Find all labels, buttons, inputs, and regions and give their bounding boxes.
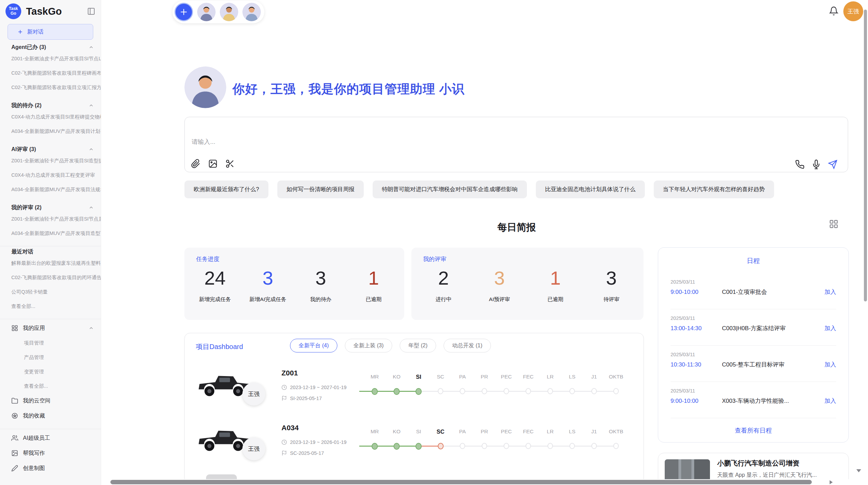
sidebar-collapse-icon[interactable] <box>87 7 95 15</box>
chevron-up-icon[interactable] <box>88 45 94 50</box>
send-icon[interactable] <box>828 160 837 169</box>
suggestion-chip[interactable]: 如何写一份清晰的项目周报 <box>277 181 364 198</box>
sidebar-section-header[interactable]: 我的评审 (2) <box>0 203 101 212</box>
my-apps-sub-item[interactable]: 变更管理 <box>0 364 101 379</box>
chat-input[interactable]: 请输入... <box>184 117 848 172</box>
session-avatar[interactable] <box>197 3 216 21</box>
project-row[interactable]: 王强A0342023-12-19 ~ 2026-01-19SC-2025-05-… <box>195 419 634 470</box>
sidebar-task-item[interactable]: Z001-全新燃油轻卡产品开发项目SI节点属性5D文件评审 <box>0 212 101 226</box>
milestone: OKTB <box>605 373 627 395</box>
chevron-up-icon[interactable] <box>88 147 94 152</box>
dashboard-filter-chip[interactable]: 动总开发 (1) <box>444 339 491 352</box>
my-apps-sub-item[interactable]: 查看全部... <box>0 379 101 393</box>
notification-bell-icon[interactable] <box>829 6 839 16</box>
recent-chat-item[interactable]: 解释最新出台的欧盟报废车法规再生塑料比例被调至15%... <box>0 256 101 270</box>
dashboard-filter-chip[interactable]: 年型 (2) <box>400 339 436 352</box>
horizontal-scrollbar-track[interactable] <box>109 479 868 485</box>
dashboard-filter-chip[interactable]: 全新平台 (4) <box>290 339 337 352</box>
sidebar-divider <box>0 429 101 429</box>
sidebar-item-write-help[interactable]: 帮我写作 <box>0 446 101 461</box>
milestone-dot <box>460 443 465 449</box>
sidebar-task-item[interactable]: A034-全新新能源MUV产品开发项目计划变更表编写 <box>0 124 101 138</box>
sidebar-task-item[interactable]: Z001-全新燃油皮卡产品开发项目SI节点Lesson Learn报告 <box>0 51 101 66</box>
star-badge-icon <box>11 412 18 419</box>
milestone-line <box>419 446 441 447</box>
suggestion-chip[interactable]: 当下年轻人对汽车外观有怎样的喜好趋势 <box>654 181 774 198</box>
app-logo: Task Go <box>5 3 21 19</box>
chevron-up-icon[interactable] <box>88 205 94 210</box>
sidebar-task-item[interactable]: C02-飞腾新能源轻客改款项目里程碑画布 <box>0 66 101 80</box>
sidebar-task-item[interactable]: C0X4-动力总成开发项目工程变更评审 <box>0 168 101 182</box>
scroll-down-arrow-icon[interactable] <box>856 469 861 472</box>
schedule-join-link[interactable]: 加入 <box>824 324 836 332</box>
stat-item: 1已逾期 <box>528 269 583 303</box>
suggestion-chip[interactable]: 特朗普可能对进口汽车增税会对中国车企造成哪些影响 <box>373 181 527 198</box>
task-progress-card: 任务进度24新增完成任务3新增AI完成任务3我的待办1已逾期 <box>184 248 404 320</box>
chevron-up-icon[interactable] <box>88 325 94 331</box>
schedule-entry-row: 9:00-10:00C001-立项审批会加入 <box>671 288 836 296</box>
sidebar-section-header[interactable]: AI评审 (3) <box>0 145 101 153</box>
sidebar-item-favorites[interactable]: 我的收藏 <box>0 408 101 423</box>
image-upload-icon[interactable] <box>208 159 218 169</box>
new-chat-button[interactable]: 新对话 <box>8 24 93 40</box>
attachment-icon[interactable] <box>191 159 201 169</box>
horizontal-scrollbar-thumb[interactable] <box>110 480 812 484</box>
microphone-icon[interactable] <box>811 160 821 169</box>
milestone-label: FEC <box>517 428 539 435</box>
new-session-button[interactable] <box>174 3 193 21</box>
view-all-schedule-link[interactable]: 查看所有日程 <box>658 426 848 435</box>
briefing-grid-icon[interactable] <box>829 219 839 229</box>
sidebar-item-creative-draw[interactable]: 创意制图 <box>0 461 101 476</box>
flag-icon <box>281 396 287 401</box>
logo-row: Task Go TaskGo <box>0 0 101 21</box>
suggestion-chip[interactable]: 欧洲新规最近颁布了什么? <box>184 181 268 198</box>
phone-icon[interactable] <box>795 160 805 169</box>
milestone-label: PR <box>473 428 495 435</box>
suggestion-chip[interactable]: 比亚迪全固态电池计划具体说了什么 <box>536 181 645 198</box>
sidebar-task-item[interactable]: C0X4-动力总成开发项目SI里程碑提交物检查 <box>0 110 101 124</box>
scroll-right-arrow-icon[interactable] <box>830 480 833 484</box>
stat-value: 3 <box>241 269 294 288</box>
chevron-up-icon[interactable] <box>88 103 94 108</box>
user-avatar[interactable]: 王强 <box>843 1 863 21</box>
schedule-meeting-name: X003-车辆动力学性能验... <box>722 397 820 405</box>
milestone-label: SI <box>408 428 430 435</box>
milestone-label: KO <box>386 428 408 435</box>
clock-icon <box>281 439 287 445</box>
recent-chat-item[interactable]: C02-飞腾新能源轻客改款项目的闭环通告反馈情况 <box>0 270 101 285</box>
my-review-card: 我的评审2进行中3AI预评审1已逾期3待评审 <box>411 248 643 320</box>
vertical-scrollbar-thumb[interactable] <box>864 10 867 301</box>
dashboard-filter-chip[interactable]: 全新上装 (3) <box>345 339 392 352</box>
sidebar-task-item[interactable]: C02-飞腾新能源轻客改款项目立项汇报方案 <box>0 80 101 95</box>
schedule-entry: 2025/03/119:00-10:00X003-车辆动力学性能验...加入 <box>671 382 836 418</box>
stat-label: 我的待办 <box>294 296 347 303</box>
sidebar-task-item[interactable]: A034-全新新能源MUV产品开发项目法规符合性评审 <box>0 182 101 197</box>
recent-chats-title: 最近对话 <box>11 248 33 256</box>
session-avatar[interactable] <box>242 3 261 21</box>
sidebar-item-ai-staff[interactable]: AI超级员工 <box>0 431 101 446</box>
project-dates-text: 2023-12-19 ~ 2027-01-19 <box>290 385 347 390</box>
project-row[interactable]: 王强Z0012023-12-19 ~ 2027-01-19SI-2025-05-… <box>195 364 634 415</box>
my-apps-sub-item[interactable]: 产品管理 <box>0 350 101 364</box>
schedule-join-link[interactable]: 加入 <box>824 288 836 296</box>
sidebar-task-item[interactable]: A034-全新新能源MUV产品开发项目造型可行性评审 <box>0 226 101 240</box>
stat-card-title: 我的评审 <box>415 255 639 263</box>
my-apps-sub-item[interactable]: 项目管理 <box>0 336 101 350</box>
scissors-icon[interactable] <box>225 159 235 169</box>
sidebar-item-cloud-space[interactable]: 我的云空间 <box>0 393 101 408</box>
stat-label: 已逾期 <box>528 296 583 303</box>
sidebar-section-header[interactable]: Agent已办 (3) <box>0 43 101 51</box>
milestone-label: J1 <box>583 428 605 435</box>
stat-row: 24新增完成任务3新增AI完成任务3我的待办1已逾期 <box>189 269 400 303</box>
sidebar-task-item[interactable]: Z001-全新燃油轻卡产品开发项目SI造型提交物评审 <box>0 153 101 168</box>
schedule-join-link[interactable]: 加入 <box>824 361 836 369</box>
session-avatar[interactable] <box>220 3 238 21</box>
sidebar-section-header[interactable]: 我的待办 (2) <box>0 101 101 110</box>
recent-chat-item[interactable]: 公司Q3轻卡销量 <box>0 285 101 299</box>
milestone-dot <box>415 443 422 450</box>
milestone-dot <box>613 443 619 449</box>
sidebar-item-my-apps[interactable]: 我的应用 <box>0 321 101 336</box>
recent-view-all-link[interactable]: 查看全部... <box>0 299 101 313</box>
schedule-date: 2025/03/11 <box>671 315 836 321</box>
schedule-join-link[interactable]: 加入 <box>824 397 836 405</box>
